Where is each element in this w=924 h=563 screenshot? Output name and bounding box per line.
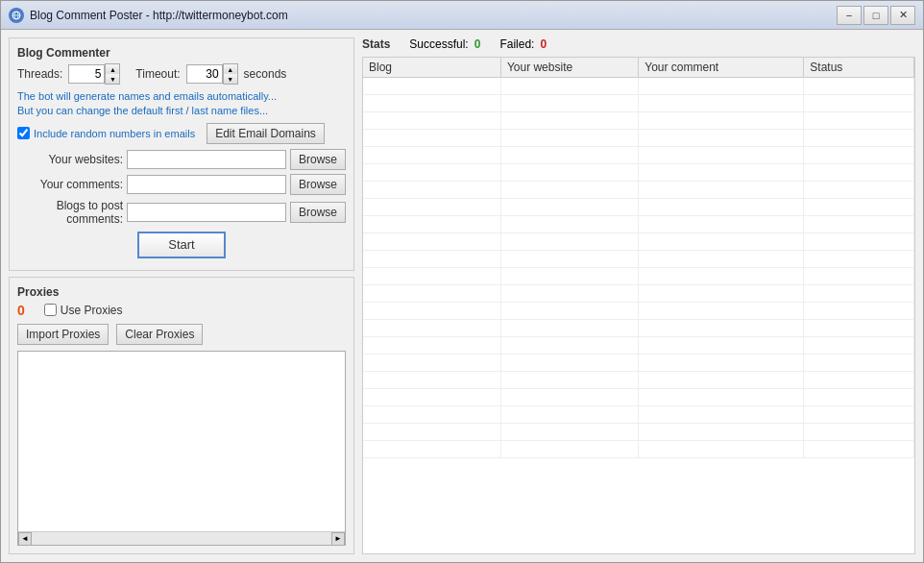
- successful-label: Successful:: [409, 37, 468, 51]
- failed-value: 0: [540, 37, 547, 51]
- stats-table: Blog Your website Your comment Status: [363, 58, 914, 458]
- table-row: [363, 112, 914, 130]
- comments-input[interactable]: [127, 175, 286, 194]
- table-row: [363, 95, 914, 112]
- left-panel: Blog Commenter Threads: 5 ▲ ▼ Timeout: 3…: [9, 37, 354, 554]
- horizontal-scrollbar[interactable]: ◄ ►: [18, 531, 345, 545]
- table-row: [363, 251, 914, 268]
- table-row: [363, 233, 914, 251]
- edit-email-domains-button[interactable]: Edit Email Domains: [207, 123, 325, 144]
- timeout-spinner: 30 ▲ ▼: [186, 63, 238, 85]
- blog-commenter-section: Blog Commenter Threads: 5 ▲ ▼ Timeout: 3…: [9, 37, 354, 271]
- table-row: [363, 147, 914, 164]
- clear-proxies-button[interactable]: Clear Proxies: [116, 324, 203, 345]
- blogs-label: Blogs to post comments:: [17, 199, 123, 226]
- seconds-label: seconds: [244, 67, 287, 81]
- threads-spinner-buttons: ▲ ▼: [105, 63, 120, 85]
- include-random-row: Include random numbers in emails Edit Em…: [17, 123, 346, 144]
- stats-table-head: Blog Your website Your comment Status: [363, 58, 914, 78]
- stats-table-body: [363, 78, 914, 458]
- main-content: Blog Commenter Threads: 5 ▲ ▼ Timeout: 3…: [1, 30, 923, 562]
- threads-down-button[interactable]: ▼: [106, 74, 119, 84]
- table-row: [363, 320, 914, 337]
- table-row: [363, 199, 914, 216]
- start-button[interactable]: Start: [137, 232, 225, 258]
- threads-spinner: 5 ▲ ▼: [68, 63, 120, 85]
- websites-row: Your websites: Browse: [17, 149, 346, 170]
- comments-row: Your comments: Browse: [17, 174, 346, 195]
- col-blog: Blog: [363, 58, 500, 78]
- stats-table-container: Blog Your website Your comment Status: [362, 57, 915, 554]
- use-proxies-label: Use Proxies: [61, 304, 123, 317]
- proxy-textarea-container: ◄ ►: [17, 351, 346, 546]
- maximize-button[interactable]: □: [863, 6, 888, 25]
- timeout-label: Timeout:: [135, 67, 180, 81]
- right-panel: Stats Successful: 0 Failed: 0: [362, 37, 915, 554]
- scroll-left-button[interactable]: ◄: [18, 532, 32, 546]
- window-controls: − □ ✕: [837, 6, 915, 25]
- main-window: Blog Comment Poster - http://twittermone…: [0, 0, 924, 563]
- use-proxies-container: Use Proxies: [44, 304, 123, 317]
- col-comment: Your comment: [639, 58, 804, 78]
- browse-websites-button[interactable]: Browse: [290, 149, 346, 170]
- table-row: [363, 216, 914, 233]
- table-row: [363, 182, 914, 199]
- failed-label: Failed:: [499, 37, 534, 51]
- scroll-right-button[interactable]: ►: [331, 532, 345, 546]
- window-title: Blog Comment Poster - http://twittermone…: [30, 9, 837, 22]
- threads-input[interactable]: 5: [68, 64, 105, 84]
- table-row: [363, 406, 914, 424]
- table-row: [363, 285, 914, 303]
- proxies-label: Proxies: [17, 285, 346, 299]
- proxy-buttons: Import Proxies Clear Proxies: [17, 324, 346, 345]
- timeout-input[interactable]: 30: [186, 64, 223, 84]
- timeout-down-button[interactable]: ▼: [224, 74, 237, 84]
- table-row: [363, 303, 914, 320]
- info-text: The bot will generate names and emails a…: [17, 89, 346, 119]
- comments-label: Your comments:: [17, 178, 123, 191]
- timeout-up-button[interactable]: ▲: [224, 64, 237, 74]
- start-row: Start: [17, 232, 346, 258]
- browse-blogs-button[interactable]: Browse: [290, 202, 346, 223]
- proxies-header: 0 Use Proxies: [17, 303, 346, 318]
- stats-header-row: Stats Successful: 0 Failed: 0: [362, 37, 915, 51]
- table-row: [363, 164, 914, 182]
- proxy-count: 0: [17, 303, 25, 318]
- col-website: Your website: [500, 58, 638, 78]
- stats-label: Stats: [362, 37, 390, 51]
- successful-value: 0: [474, 37, 481, 51]
- table-row: [363, 78, 914, 95]
- include-random-label: Include random numbers in emails: [34, 128, 195, 139]
- failed-stat: Failed: 0: [499, 37, 547, 51]
- minimize-button[interactable]: −: [837, 6, 862, 25]
- proxies-section: Proxies 0 Use Proxies Import Proxies Cle…: [9, 277, 354, 554]
- title-bar: Blog Comment Poster - http://twittermone…: [1, 1, 923, 30]
- blogs-row: Blogs to post comments: Browse: [17, 199, 346, 226]
- timeout-spinner-buttons: ▲ ▼: [223, 63, 238, 85]
- threads-up-button[interactable]: ▲: [106, 64, 119, 74]
- proxy-textarea[interactable]: [18, 352, 345, 531]
- include-random-checkbox[interactable]: [17, 127, 30, 139]
- col-status: Status: [804, 58, 914, 78]
- stats-panel: Stats Successful: 0 Failed: 0: [362, 37, 915, 554]
- scroll-track[interactable]: [32, 532, 331, 546]
- blog-commenter-label: Blog Commenter: [17, 46, 346, 60]
- stats-table-header-row: Blog Your website Your comment Status: [363, 58, 914, 78]
- table-row: [363, 441, 914, 458]
- app-icon: [9, 8, 24, 23]
- threads-label: Threads:: [17, 67, 62, 81]
- use-proxies-checkbox[interactable]: [44, 304, 57, 316]
- import-proxies-button[interactable]: Import Proxies: [17, 324, 109, 345]
- websites-label: Your websites:: [17, 153, 123, 166]
- table-row: [363, 424, 914, 441]
- table-row: [363, 372, 914, 389]
- table-row: [363, 337, 914, 355]
- table-row: [363, 389, 914, 406]
- close-button[interactable]: ✕: [890, 6, 915, 25]
- table-row: [363, 355, 914, 372]
- threads-timeout-row: Threads: 5 ▲ ▼ Timeout: 30 ▲ ▼: [17, 63, 346, 85]
- table-row: [363, 268, 914, 285]
- websites-input[interactable]: [127, 150, 286, 169]
- blogs-input[interactable]: [127, 203, 286, 222]
- browse-comments-button[interactable]: Browse: [290, 174, 346, 195]
